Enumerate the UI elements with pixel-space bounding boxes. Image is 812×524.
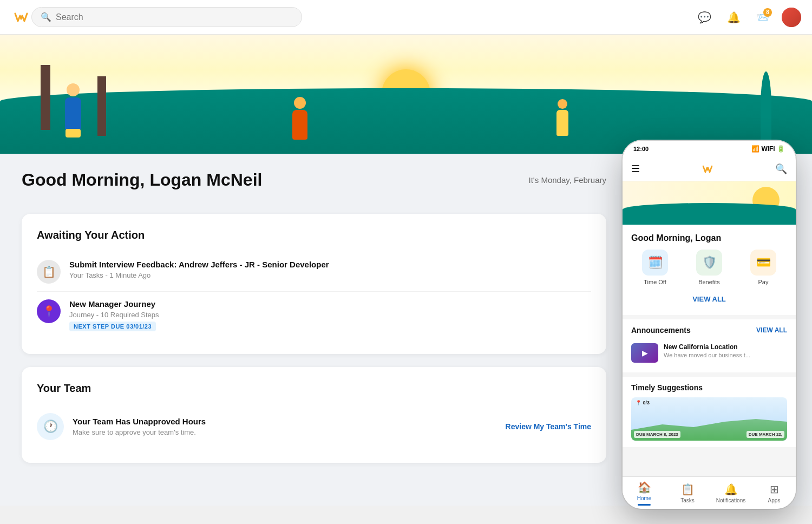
phone-overlay: 12:00 📶 WiFi 🔋 ☰ 🔍 Good Mornin xyxy=(623,141,796,509)
action-title-1: Submit Interview Feedback: Andrew Jeffer… xyxy=(69,260,329,269)
messages-button[interactable]: 📨 8 xyxy=(752,7,773,28)
phone-status-bar: 12:00 📶 WiFi 🔋 xyxy=(623,141,796,157)
phone-suggestions-section: Timely Suggestions 📍 0/3 DUE MARCH 8, 20… xyxy=(623,377,796,447)
left-panel: Good Morning, Logan McNeil It's Monday, … xyxy=(22,170,606,489)
phone-announcement-text: New California Location We have moved ou… xyxy=(664,343,750,358)
search-icon: 🔍 xyxy=(41,12,51,22)
tree-2 xyxy=(97,76,106,136)
action-text-2: New Manager Journey Journey - 10 Require… xyxy=(69,299,159,331)
phone-time: 12:00 xyxy=(633,146,649,152)
home-icon: 🏠 xyxy=(638,481,651,494)
nav-active-indicator xyxy=(638,504,651,506)
greeting-date: It's Monday, February xyxy=(529,175,606,185)
message-badge: 8 xyxy=(763,8,772,17)
phone-view-all-button[interactable]: VIEW ALL xyxy=(631,292,787,306)
awaiting-action-card: Awaiting Your Action 📋 Submit Interview … xyxy=(22,214,606,354)
nav-icons: 💬 🔔 📨 8 xyxy=(694,7,801,28)
action-title-2: New Manager Journey xyxy=(69,299,159,309)
time-off-label: Time Off xyxy=(644,279,666,285)
team-icon-1: 🕐 xyxy=(37,413,64,440)
due-badge-left: DUE MARCH 8, 2023 xyxy=(634,431,680,438)
team-text-1: Your Team Has Unapproved Hours Make sure… xyxy=(73,417,497,436)
action-icon-2: 📍 xyxy=(37,299,61,323)
notifications-nav-icon: 🔔 xyxy=(724,483,738,496)
hero-banner xyxy=(0,35,812,154)
phone-nav-home-label: Home xyxy=(637,495,652,501)
phone-announcement-title: New California Location xyxy=(664,343,750,351)
suggestions-chart: 📍 0/3 DUE MARCH 8, 2023 DUE MARCH 22, xyxy=(631,397,787,441)
character-3 xyxy=(556,110,568,136)
review-team-time-link[interactable]: Review My Team's Time xyxy=(506,422,591,431)
action-subtitle-2: Journey - 10 Required Steps xyxy=(69,311,159,319)
phone-bottom-nav: 🏠 Home 📋 Tasks 🔔 Notifications ⊞ Apps xyxy=(623,476,796,509)
phone-search-button[interactable]: 🔍 xyxy=(775,163,787,175)
phone-announcement-item[interactable]: ▶ New California Location We have moved … xyxy=(631,340,787,366)
your-team-card: Your Team 🕐 Your Team Has Unapproved Hou… xyxy=(22,367,606,463)
chat-button[interactable]: 💬 xyxy=(694,7,715,28)
greeting-row: Good Morning, Logan McNeil It's Monday, … xyxy=(22,170,606,190)
pay-icon: 💳 xyxy=(750,250,776,276)
tasks-icon: 📋 xyxy=(681,483,695,496)
phone-announcements-view-all[interactable]: VIEW ALL xyxy=(756,326,787,334)
phone-greeting-title: Good Morning, Logan xyxy=(631,233,787,243)
chat-icon: 💬 xyxy=(698,11,711,24)
phone-announcements-section: Announcements VIEW ALL ▶ New California … xyxy=(623,319,796,372)
location-icon: 📍 xyxy=(42,305,56,318)
your-team-title: Your Team xyxy=(37,382,591,395)
action-item-2[interactable]: 📍 New Manager Journey Journey - 10 Requi… xyxy=(37,292,591,339)
team-item-title: Your Team Has Unapproved Hours xyxy=(73,417,497,426)
phone-nav-home[interactable]: 🏠 Home xyxy=(623,481,666,506)
phone-top-nav: ☰ 🔍 xyxy=(623,157,796,181)
team-item-1: 🕐 Your Team Has Unapproved Hours Make su… xyxy=(37,405,591,448)
character-1 xyxy=(65,97,81,130)
phone-signal-icons: 📶 WiFi 🔋 xyxy=(751,145,785,153)
phone-nav-apps-label: Apps xyxy=(768,497,781,503)
phone-content: Good Morning, Logan 🗓️ Time Off 🛡️ Benef… xyxy=(623,181,796,495)
benefits-label: Benefits xyxy=(698,279,720,285)
phone-announcements-title: Announcements xyxy=(631,326,691,335)
action-subtitle-1: Your Tasks - 1 Minute Ago xyxy=(69,271,329,279)
benefits-icon: 🛡️ xyxy=(696,250,722,276)
chart-label-left: 📍 0/3 xyxy=(636,400,650,405)
clock-icon: 🕐 xyxy=(43,420,58,434)
greeting-title: Good Morning, Logan McNeil xyxy=(22,170,262,190)
character-2 xyxy=(292,110,307,140)
top-navigation: 🔍 💬 🔔 📨 8 xyxy=(0,0,812,35)
phone-workday-logo xyxy=(700,161,715,176)
phone-nav-tasks[interactable]: 📋 Tasks xyxy=(666,483,709,503)
phone-quick-actions: 🗓️ Time Off 🛡️ Benefits 💳 Pay xyxy=(631,250,787,285)
phone-nav-apps[interactable]: ⊞ Apps xyxy=(752,483,796,503)
action-text-1: Submit Interview Feedback: Andrew Jeffer… xyxy=(69,260,329,279)
phone-nav-tasks-label: Tasks xyxy=(680,497,695,503)
user-avatar[interactable] xyxy=(782,8,801,27)
tree-3 xyxy=(761,71,771,142)
phone-announcement-thumb: ▶ xyxy=(631,343,658,363)
pay-label: Pay xyxy=(758,279,769,285)
next-step-badge: NEXT STEP DUE 03/01/23 xyxy=(69,322,156,331)
phone-action-time-off[interactable]: 🗓️ Time Off xyxy=(642,250,668,285)
awaiting-action-title: Awaiting Your Action xyxy=(37,229,591,241)
phone-menu-button[interactable]: ☰ xyxy=(631,163,640,175)
clipboard-icon: 📋 xyxy=(42,265,56,278)
workday-logo[interactable] xyxy=(11,7,31,28)
phone-action-benefits[interactable]: 🛡️ Benefits xyxy=(696,250,722,285)
phone-greeting-section: Good Morning, Logan 🗓️ Time Off 🛡️ Benef… xyxy=(623,225,796,315)
page-wrapper: 🔍 💬 🔔 📨 8 xyxy=(0,0,812,506)
phone-action-pay[interactable]: 💳 Pay xyxy=(750,250,776,285)
tree-1 xyxy=(41,65,50,130)
notifications-button[interactable]: 🔔 xyxy=(723,7,744,28)
phone-suggestions-header: Timely Suggestions xyxy=(631,383,787,392)
due-badge-right: DUE MARCH 22, xyxy=(746,431,784,438)
action-icon-1: 📋 xyxy=(37,260,61,284)
bell-icon: 🔔 xyxy=(727,11,741,24)
action-item-1[interactable]: 📋 Submit Interview Feedback: Andrew Jeff… xyxy=(37,252,591,292)
phone-announcement-subtitle: We have moved our business t... xyxy=(664,352,750,358)
search-input[interactable] xyxy=(56,12,293,22)
phone-nav-notifications[interactable]: 🔔 Notifications xyxy=(709,483,752,503)
time-off-icon: 🗓️ xyxy=(642,250,668,276)
phone-hero-ground xyxy=(623,203,796,225)
search-bar[interactable]: 🔍 xyxy=(31,7,302,27)
phone-announcements-header: Announcements VIEW ALL xyxy=(631,326,787,335)
apps-icon: ⊞ xyxy=(770,483,779,496)
avatar-image xyxy=(782,8,801,27)
